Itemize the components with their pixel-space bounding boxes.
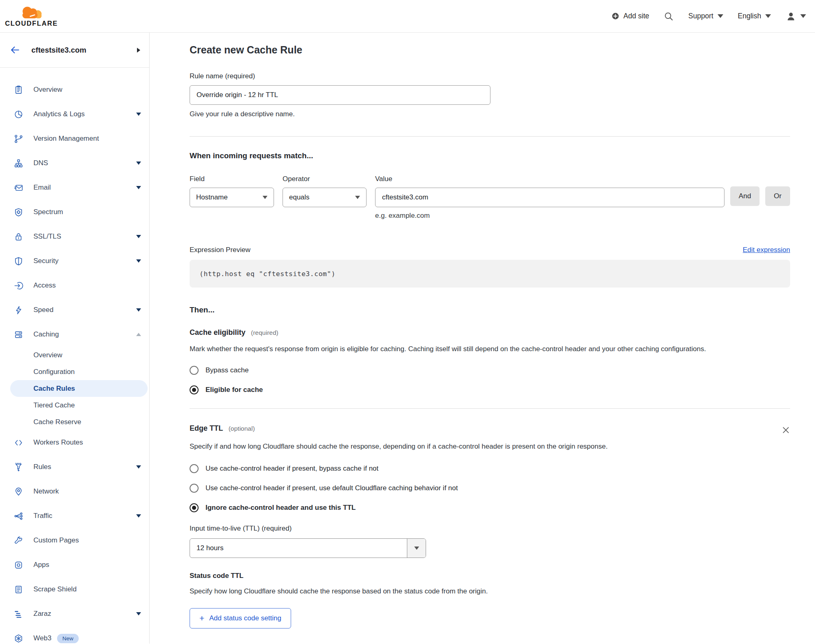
rule-name-input[interactable] — [190, 85, 490, 105]
traffic-icon — [14, 511, 23, 521]
edit-expression-link[interactable]: Edit expression — [743, 246, 790, 254]
workers-routes-icon — [14, 438, 23, 447]
support-menu[interactable]: Support — [688, 12, 723, 20]
radio-eligible-for-cache[interactable]: Eligible for cache — [190, 385, 790, 394]
sidebar-subitem-cache-rules[interactable]: Cache Rules — [10, 380, 148, 397]
field-select[interactable]: Hostname — [190, 188, 274, 207]
sidebar-item-web3[interactable]: Web3 New — [0, 626, 149, 644]
sidebar-item-zaraz[interactable]: Zaraz — [0, 602, 149, 626]
radio-use-header-default[interactable]: Use cache-control header if present, use… — [190, 484, 790, 493]
chevron-down-icon — [136, 235, 141, 238]
sidebar-item-ssl-tls[interactable]: SSL/TLS — [0, 224, 149, 249]
sidebar-item-spectrum[interactable]: Spectrum — [0, 200, 149, 224]
sidebar-subitem-label: Overview — [33, 351, 62, 359]
select-arrow-icon — [263, 196, 267, 199]
sidebar-item-traffic[interactable]: Traffic — [0, 504, 149, 528]
cache-eligibility-description: Mark whether the request's response from… — [190, 343, 748, 355]
sidebar-item-label: Spectrum — [33, 208, 63, 216]
sidebar-item-label: Apps — [33, 561, 49, 569]
radio-bypass-cache[interactable]: Bypass cache — [190, 366, 790, 375]
top-navigation: Add site Support English — [612, 11, 806, 22]
and-button[interactable]: And — [730, 186, 760, 206]
account-menu[interactable] — [786, 11, 806, 22]
version-management-icon — [14, 134, 23, 144]
ttl-select[interactable]: 12 hours — [190, 538, 426, 558]
sidebar-item-overview[interactable]: Overview — [0, 77, 149, 102]
sidebar-item-caching[interactable]: Caching — [0, 322, 149, 347]
select-arrow-icon — [414, 547, 419, 550]
then-heading: Then... — [190, 305, 790, 314]
back-arrow-icon[interactable] — [10, 45, 20, 55]
sidebar-item-label: Caching — [33, 330, 59, 339]
spectrum-icon — [14, 208, 23, 217]
ttl-input-label: Input time-to-live (TTL) (required) — [190, 524, 790, 533]
rule-name-label: Rule name (required) — [190, 72, 790, 80]
sidebar-subitem-configuration[interactable]: Configuration — [0, 363, 149, 380]
plus-icon: + — [199, 615, 204, 622]
value-hint: e.g. example.com — [375, 212, 724, 220]
value-input[interactable] — [375, 188, 724, 207]
page-title: Create new Cache Rule — [190, 44, 790, 56]
cloudflare-logo: CLOUDFLARE — [6, 5, 57, 27]
sidebar-item-label: Analytics & Logs — [33, 110, 85, 118]
expression-preview-code: (http.host eq "cftestsite3.com") — [190, 260, 790, 288]
radio-ignore-header-use-ttl[interactable]: Ignore cache-control header and use this… — [190, 503, 790, 512]
chevron-down-icon — [765, 14, 771, 18]
sidebar-item-access[interactable]: Access — [0, 273, 149, 298]
sidebar-item-label: Web3 — [33, 634, 51, 642]
site-switcher-chevron-icon[interactable] — [137, 48, 140, 53]
sidebar-item-apps[interactable]: Apps — [0, 553, 149, 577]
or-button[interactable]: Or — [765, 186, 790, 206]
sidebar-item-dns[interactable]: DNS — [0, 151, 149, 175]
radio-label: Use cache-control header if present, byp… — [205, 465, 378, 473]
field-label: Field — [190, 175, 274, 183]
sidebar-item-email[interactable]: Email — [0, 175, 149, 200]
sidebar-nav: Overview Analytics & Logs Version Manage… — [0, 68, 149, 644]
site-header: cftestsite3.com — [0, 33, 149, 68]
sidebar-item-label: Network — [33, 487, 59, 496]
plus-circle-icon — [612, 12, 619, 20]
chevron-down-icon — [136, 612, 141, 615]
sidebar-subitem-cache-reserve[interactable]: Cache Reserve — [0, 414, 149, 430]
support-label: Support — [688, 12, 713, 20]
search-icon[interactable] — [664, 11, 674, 21]
top-bar: CLOUDFLARE Add site Support English — [0, 0, 815, 33]
chevron-up-icon — [136, 333, 141, 336]
sidebar-item-version-management[interactable]: Version Management — [0, 126, 149, 151]
zaraz-icon — [14, 609, 23, 619]
operator-select[interactable]: equals — [283, 188, 367, 207]
sidebar-item-custom-pages[interactable]: Custom Pages — [0, 528, 149, 553]
access-icon — [14, 281, 23, 290]
chevron-down-icon — [800, 14, 806, 18]
radio-use-header-bypass[interactable]: Use cache-control header if present, byp… — [190, 464, 790, 473]
sidebar-item-label: Workers Routes — [33, 438, 83, 447]
logo-wordmark: CLOUDFLARE — [5, 20, 58, 27]
security-icon — [14, 257, 23, 266]
sidebar-item-workers-routes[interactable]: Workers Routes — [0, 430, 149, 455]
sidebar-item-scrape-shield[interactable]: Scrape Shield — [0, 577, 149, 602]
sidebar-item-label: Access — [33, 281, 56, 290]
sidebar-item-analytics-logs[interactable]: Analytics & Logs — [0, 102, 149, 126]
sidebar-subitem-tiered-cache[interactable]: Tiered Cache — [0, 397, 149, 414]
ttl-select-arrow-button[interactable] — [407, 539, 426, 558]
chevron-down-icon — [136, 259, 141, 263]
radio-icon — [190, 464, 199, 473]
language-menu[interactable]: English — [738, 12, 771, 20]
language-label: English — [738, 12, 761, 20]
sidebar-item-label: DNS — [33, 159, 48, 167]
operator-label: Operator — [283, 175, 367, 183]
sidebar-subitem-label: Cache Reserve — [33, 418, 81, 426]
add-site-button[interactable]: Add site — [612, 12, 649, 20]
sidebar-item-label: SSL/TLS — [33, 232, 61, 241]
sidebar-item-rules[interactable]: Rules — [0, 455, 149, 479]
sidebar-item-label: Zaraz — [33, 610, 51, 618]
sidebar-item-network[interactable]: Network — [0, 479, 149, 504]
status-code-ttl-description: Specify how long Cloudflare should cache… — [190, 585, 790, 598]
sidebar-item-speed[interactable]: Speed — [0, 298, 149, 322]
status-code-ttl-heading: Status code TTL — [190, 572, 790, 580]
sidebar-subitem-caching-overview[interactable]: Overview — [0, 347, 149, 363]
close-icon[interactable] — [782, 426, 790, 434]
add-status-code-button[interactable]: + Add status code setting — [190, 608, 291, 629]
sidebar-item-security[interactable]: Security — [0, 249, 149, 273]
required-tag: (required) — [251, 329, 278, 336]
